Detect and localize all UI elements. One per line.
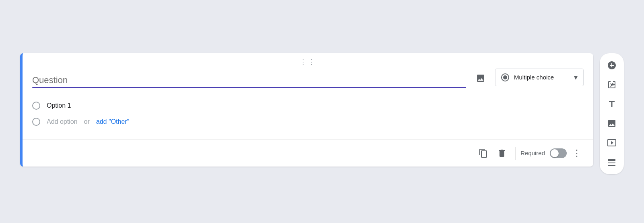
footer-divider	[515, 147, 516, 160]
add-section-button[interactable]	[603, 153, 621, 171]
image-icon	[476, 73, 485, 83]
add-option-row: Add option or add "Other"	[32, 114, 584, 130]
duplicate-button[interactable]	[475, 145, 492, 162]
or-text: or	[84, 118, 90, 125]
question-input[interactable]	[32, 72, 466, 87]
card-footer: Required ⋮	[23, 140, 593, 167]
drag-handle[interactable]: ⋮⋮	[23, 53, 593, 69]
add-title-button[interactable]	[603, 95, 621, 113]
chevron-down-icon: ▾	[574, 73, 578, 82]
question-input-wrapper	[32, 72, 466, 88]
add-image-button[interactable]	[603, 115, 621, 132]
add-video-button[interactable]	[603, 134, 621, 152]
add-question-button[interactable]	[603, 56, 621, 74]
add-circle-icon	[607, 60, 617, 70]
section-icon	[607, 157, 617, 167]
radio-filled-icon	[501, 73, 509, 81]
question-type-label: Multiple choice	[514, 74, 569, 81]
image-sidebar-icon	[607, 119, 617, 128]
options-body: Option 1 Add option or add "Other"	[23, 94, 593, 136]
required-label: Required	[520, 150, 545, 156]
option-1-label: Option 1	[47, 102, 71, 109]
add-option-radio	[32, 118, 40, 126]
form-question-card: ⋮⋮ Multiple choice ▾	[20, 53, 593, 167]
add-other-link[interactable]: add "Other"	[96, 118, 130, 125]
question-underline	[32, 87, 466, 88]
option-1-radio	[32, 102, 40, 110]
import-question-button[interactable]	[603, 76, 621, 94]
add-image-to-question-button[interactable]	[473, 70, 489, 86]
option-1-row: Option 1	[32, 98, 584, 114]
video-icon	[607, 138, 617, 148]
toggle-knob	[551, 149, 559, 157]
more-options-button[interactable]: ⋮	[568, 145, 585, 162]
duplicate-icon	[479, 148, 488, 158]
title-icon	[607, 99, 617, 109]
required-toggle[interactable]	[550, 148, 567, 158]
sidebar	[600, 53, 624, 174]
question-type-dropdown[interactable]: Multiple choice ▾	[495, 69, 584, 86]
add-option-label[interactable]: Add option	[47, 118, 78, 125]
delete-button[interactable]	[493, 145, 510, 162]
delete-icon	[497, 148, 507, 158]
import-icon	[607, 80, 617, 90]
